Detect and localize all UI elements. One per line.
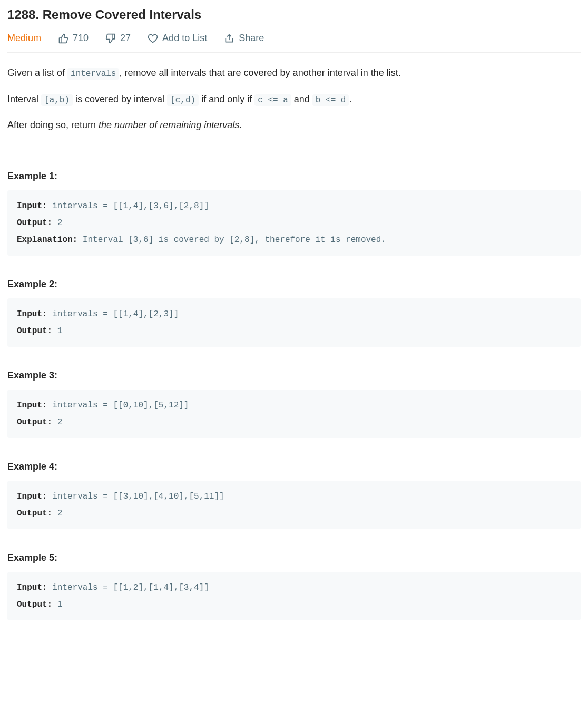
- like-button[interactable]: 710: [58, 33, 89, 44]
- output-label: Output:: [17, 326, 52, 336]
- output-value: 2: [52, 417, 62, 427]
- thumbs-down-icon: [105, 33, 116, 44]
- example-block: Input: intervals = [[1,4],[3,6],[2,8]] O…: [7, 190, 581, 256]
- input-label: Input:: [17, 583, 47, 592]
- example-block: Input: intervals = [[3,10],[4,10],[5,11]…: [7, 481, 581, 529]
- output-value: 2: [52, 218, 62, 228]
- problem-title: 1288. Remove Covered Intervals: [7, 7, 581, 22]
- text: Given a list of: [7, 67, 67, 78]
- heart-icon: [148, 33, 158, 44]
- input-value: intervals = [[0,10],[5,12]]: [47, 401, 189, 410]
- description-paragraph: After doing so, return the number of rem…: [7, 118, 581, 133]
- dislike-button[interactable]: 27: [105, 33, 131, 44]
- example-block: Input: intervals = [[1,2],[1,4],[3,4]] O…: [7, 572, 581, 620]
- share-label: Share: [239, 33, 264, 44]
- problem-description: Given a list of intervals, remove all in…: [7, 65, 581, 133]
- text: After doing so, return: [7, 120, 99, 130]
- output-value: 1: [52, 600, 62, 609]
- example-block: Input: intervals = [[0,10],[5,12]] Outpu…: [7, 390, 581, 438]
- example-title: Example 5:: [7, 552, 581, 563]
- example-title: Example 4:: [7, 461, 581, 472]
- description-paragraph: Given a list of intervals, remove all in…: [7, 65, 581, 81]
- input-label: Input:: [17, 309, 47, 319]
- text: .: [349, 94, 351, 104]
- input-label: Input:: [17, 201, 47, 211]
- text: Interval: [7, 94, 41, 104]
- add-to-list-label: Add to List: [162, 33, 207, 44]
- input-value: intervals = [[1,2],[1,4],[3,4]]: [47, 583, 209, 592]
- input-label: Input:: [17, 492, 47, 501]
- output-label: Output:: [17, 417, 52, 427]
- inline-code: [c,d): [167, 94, 199, 106]
- inline-code: intervals: [67, 68, 119, 80]
- input-value: intervals = [[1,4],[3,6],[2,8]]: [47, 201, 209, 211]
- thumbs-up-icon: [58, 33, 68, 44]
- output-label: Output:: [17, 600, 52, 609]
- output-value: 2: [52, 509, 62, 518]
- text: is covered by interval: [73, 94, 167, 104]
- output-value: 1: [52, 326, 62, 336]
- explanation-label: Explanation:: [17, 235, 77, 245]
- inline-code: [a,b): [41, 94, 73, 106]
- add-to-list-button[interactable]: Add to List: [148, 33, 207, 44]
- output-label: Output:: [17, 509, 52, 518]
- example-block: Input: intervals = [[1,4],[2,3]] Output:…: [7, 298, 581, 347]
- like-count: 710: [73, 33, 89, 44]
- input-value: intervals = [[3,10],[4,10],[5,11]]: [47, 492, 224, 501]
- explanation-value: Interval [3,6] is covered by [2,8], ther…: [77, 235, 386, 245]
- difficulty-badge: Medium: [7, 33, 41, 44]
- input-label: Input:: [17, 401, 47, 410]
- text: if and only if: [199, 94, 254, 104]
- example-title: Example 1:: [7, 171, 581, 182]
- input-value: intervals = [[1,4],[2,3]]: [47, 309, 179, 319]
- example-title: Example 3:: [7, 370, 581, 381]
- dislike-count: 27: [120, 33, 131, 44]
- inline-code: c <= a: [254, 94, 291, 106]
- share-icon: [224, 33, 234, 44]
- emphasis: the number of remaining intervals: [99, 120, 239, 130]
- meta-row: Medium 710 27 Add to List Share: [7, 33, 581, 53]
- example-title: Example 2:: [7, 279, 581, 290]
- text: and: [291, 94, 312, 104]
- output-label: Output:: [17, 218, 52, 228]
- text: .: [239, 120, 242, 130]
- description-paragraph: Interval [a,b) is covered by interval [c…: [7, 92, 581, 108]
- inline-code: b <= d: [312, 94, 349, 106]
- share-button[interactable]: Share: [224, 33, 264, 44]
- text: , remove all intervals that are covered …: [119, 67, 400, 78]
